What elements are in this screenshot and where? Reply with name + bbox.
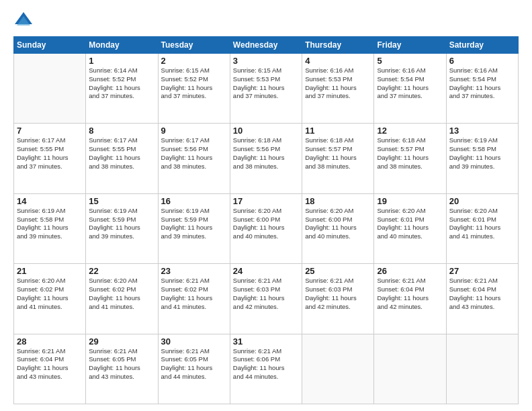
calendar-table: SundayMondayTuesdayWednesdayThursdayFrid… bbox=[13, 36, 519, 404]
day-info: Sunrise: 6:21 AM Sunset: 6:04 PM Dayligh… bbox=[449, 277, 515, 311]
calendar-cell: 30Sunrise: 6:21 AM Sunset: 6:05 PM Dayli… bbox=[158, 334, 230, 404]
day-info: Sunrise: 6:20 AM Sunset: 6:00 PM Dayligh… bbox=[233, 207, 299, 241]
calendar-cell: 23Sunrise: 6:21 AM Sunset: 6:02 PM Dayli… bbox=[158, 264, 230, 334]
day-number: 20 bbox=[449, 196, 515, 206]
day-number: 26 bbox=[377, 266, 443, 276]
calendar-cell bbox=[302, 334, 374, 404]
day-info: Sunrise: 6:21 AM Sunset: 6:04 PM Dayligh… bbox=[17, 347, 83, 381]
day-number: 31 bbox=[233, 336, 299, 347]
day-number: 22 bbox=[89, 266, 154, 276]
day-info: Sunrise: 6:19 AM Sunset: 5:58 PM Dayligh… bbox=[17, 207, 83, 241]
calendar-cell: 7Sunrise: 6:17 AM Sunset: 5:55 PM Daylig… bbox=[14, 124, 86, 193]
calendar-cell: 28Sunrise: 6:21 AM Sunset: 6:04 PM Dayli… bbox=[14, 334, 86, 404]
calendar-cell: 12Sunrise: 6:18 AM Sunset: 5:57 PM Dayli… bbox=[374, 124, 446, 193]
day-header-tuesday: Tuesday bbox=[158, 37, 230, 54]
day-info: Sunrise: 6:21 AM Sunset: 6:03 PM Dayligh… bbox=[305, 277, 371, 311]
day-number: 7 bbox=[17, 126, 83, 136]
calendar-cell: 18Sunrise: 6:20 AM Sunset: 6:00 PM Dayli… bbox=[302, 193, 374, 263]
header bbox=[13, 11, 519, 31]
calendar-header-row: SundayMondayTuesdayWednesdayThursdayFrid… bbox=[14, 37, 519, 54]
day-number: 5 bbox=[377, 56, 443, 66]
calendar-cell: 14Sunrise: 6:19 AM Sunset: 5:58 PM Dayli… bbox=[14, 193, 86, 263]
calendar-cell: 22Sunrise: 6:20 AM Sunset: 6:02 PM Dayli… bbox=[86, 264, 158, 334]
calendar-cell: 9Sunrise: 6:17 AM Sunset: 5:56 PM Daylig… bbox=[158, 124, 230, 193]
calendar-cell: 6Sunrise: 6:16 AM Sunset: 5:54 PM Daylig… bbox=[446, 54, 518, 124]
calendar-cell: 17Sunrise: 6:20 AM Sunset: 6:00 PM Dayli… bbox=[230, 193, 302, 263]
day-number: 6 bbox=[449, 56, 515, 66]
calendar-cell: 19Sunrise: 6:20 AM Sunset: 6:01 PM Dayli… bbox=[374, 193, 446, 263]
day-number: 2 bbox=[161, 56, 227, 66]
day-header-sunday: Sunday bbox=[14, 37, 86, 54]
calendar-cell: 5Sunrise: 6:16 AM Sunset: 5:54 PM Daylig… bbox=[374, 54, 446, 124]
day-number: 18 bbox=[305, 196, 371, 206]
day-number: 10 bbox=[233, 126, 299, 136]
day-info: Sunrise: 6:21 AM Sunset: 6:05 PM Dayligh… bbox=[161, 347, 227, 381]
calendar-cell: 15Sunrise: 6:19 AM Sunset: 5:59 PM Dayli… bbox=[86, 193, 158, 263]
day-number: 1 bbox=[89, 56, 154, 66]
day-number: 11 bbox=[305, 126, 371, 136]
day-info: Sunrise: 6:20 AM Sunset: 6:01 PM Dayligh… bbox=[377, 207, 443, 241]
day-number: 4 bbox=[305, 56, 371, 66]
day-info: Sunrise: 6:17 AM Sunset: 5:55 PM Dayligh… bbox=[89, 136, 154, 171]
calendar-cell: 16Sunrise: 6:19 AM Sunset: 5:59 PM Dayli… bbox=[158, 193, 230, 263]
calendar-cell: 11Sunrise: 6:18 AM Sunset: 5:57 PM Dayli… bbox=[302, 124, 374, 193]
day-info: Sunrise: 6:19 AM Sunset: 5:58 PM Dayligh… bbox=[449, 136, 515, 171]
day-number: 8 bbox=[89, 126, 154, 136]
day-info: Sunrise: 6:17 AM Sunset: 5:55 PM Dayligh… bbox=[17, 136, 83, 171]
day-info: Sunrise: 6:18 AM Sunset: 5:57 PM Dayligh… bbox=[305, 136, 371, 171]
day-number: 27 bbox=[449, 266, 515, 276]
day-info: Sunrise: 6:21 AM Sunset: 6:04 PM Dayligh… bbox=[377, 277, 443, 311]
calendar-cell: 24Sunrise: 6:21 AM Sunset: 6:03 PM Dayli… bbox=[230, 264, 302, 334]
logo bbox=[13, 11, 36, 31]
day-number: 9 bbox=[161, 126, 227, 136]
day-number: 16 bbox=[161, 196, 227, 206]
day-info: Sunrise: 6:20 AM Sunset: 6:02 PM Dayligh… bbox=[17, 277, 83, 311]
calendar-cell: 27Sunrise: 6:21 AM Sunset: 6:04 PM Dayli… bbox=[446, 264, 518, 334]
day-info: Sunrise: 6:14 AM Sunset: 5:52 PM Dayligh… bbox=[89, 66, 154, 101]
day-number: 29 bbox=[89, 336, 154, 347]
calendar-cell bbox=[374, 334, 446, 404]
day-info: Sunrise: 6:17 AM Sunset: 5:56 PM Dayligh… bbox=[161, 136, 227, 171]
day-number: 23 bbox=[161, 266, 227, 276]
day-info: Sunrise: 6:18 AM Sunset: 5:57 PM Dayligh… bbox=[377, 136, 443, 171]
calendar-cell: 1Sunrise: 6:14 AM Sunset: 5:52 PM Daylig… bbox=[86, 54, 158, 124]
day-info: Sunrise: 6:16 AM Sunset: 5:54 PM Dayligh… bbox=[377, 66, 443, 101]
day-info: Sunrise: 6:21 AM Sunset: 6:02 PM Dayligh… bbox=[161, 277, 227, 311]
day-info: Sunrise: 6:20 AM Sunset: 6:00 PM Dayligh… bbox=[305, 207, 371, 241]
calendar-cell: 10Sunrise: 6:18 AM Sunset: 5:56 PM Dayli… bbox=[230, 124, 302, 193]
logo-icon bbox=[13, 11, 34, 31]
day-info: Sunrise: 6:21 AM Sunset: 6:06 PM Dayligh… bbox=[233, 347, 299, 381]
day-number: 17 bbox=[233, 196, 299, 206]
calendar-cell: 25Sunrise: 6:21 AM Sunset: 6:03 PM Dayli… bbox=[302, 264, 374, 334]
day-header-saturday: Saturday bbox=[446, 37, 518, 54]
calendar-cell: 31Sunrise: 6:21 AM Sunset: 6:06 PM Dayli… bbox=[230, 334, 302, 404]
week-row-3: 14Sunrise: 6:19 AM Sunset: 5:58 PM Dayli… bbox=[14, 193, 519, 263]
page: SundayMondayTuesdayWednesdayThursdayFrid… bbox=[0, 0, 532, 411]
calendar-cell: 20Sunrise: 6:20 AM Sunset: 6:01 PM Dayli… bbox=[446, 193, 518, 263]
day-header-friday: Friday bbox=[374, 37, 446, 54]
day-header-wednesday: Wednesday bbox=[230, 37, 302, 54]
day-number: 28 bbox=[17, 336, 83, 347]
day-info: Sunrise: 6:15 AM Sunset: 5:53 PM Dayligh… bbox=[233, 66, 299, 101]
day-number: 21 bbox=[17, 266, 83, 276]
calendar-cell: 29Sunrise: 6:21 AM Sunset: 6:05 PM Dayli… bbox=[86, 334, 158, 404]
day-info: Sunrise: 6:15 AM Sunset: 5:52 PM Dayligh… bbox=[161, 66, 227, 101]
day-number: 12 bbox=[377, 126, 443, 136]
calendar-cell bbox=[446, 334, 518, 404]
day-info: Sunrise: 6:18 AM Sunset: 5:56 PM Dayligh… bbox=[233, 136, 299, 171]
day-number: 30 bbox=[161, 336, 227, 347]
calendar-cell: 13Sunrise: 6:19 AM Sunset: 5:58 PM Dayli… bbox=[446, 124, 518, 193]
calendar-cell: 2Sunrise: 6:15 AM Sunset: 5:52 PM Daylig… bbox=[158, 54, 230, 124]
day-info: Sunrise: 6:21 AM Sunset: 6:05 PM Dayligh… bbox=[89, 347, 154, 381]
day-info: Sunrise: 6:21 AM Sunset: 6:03 PM Dayligh… bbox=[233, 277, 299, 311]
calendar-cell: 3Sunrise: 6:15 AM Sunset: 5:53 PM Daylig… bbox=[230, 54, 302, 124]
day-info: Sunrise: 6:20 AM Sunset: 6:01 PM Dayligh… bbox=[449, 207, 515, 241]
week-row-1: 1Sunrise: 6:14 AM Sunset: 5:52 PM Daylig… bbox=[14, 54, 519, 124]
day-info: Sunrise: 6:16 AM Sunset: 5:54 PM Dayligh… bbox=[449, 66, 515, 101]
week-row-2: 7Sunrise: 6:17 AM Sunset: 5:55 PM Daylig… bbox=[14, 124, 519, 193]
day-header-thursday: Thursday bbox=[302, 37, 374, 54]
day-number: 15 bbox=[89, 196, 154, 206]
day-info: Sunrise: 6:16 AM Sunset: 5:53 PM Dayligh… bbox=[305, 66, 371, 101]
calendar-cell bbox=[14, 54, 86, 124]
calendar-cell: 21Sunrise: 6:20 AM Sunset: 6:02 PM Dayli… bbox=[14, 264, 86, 334]
